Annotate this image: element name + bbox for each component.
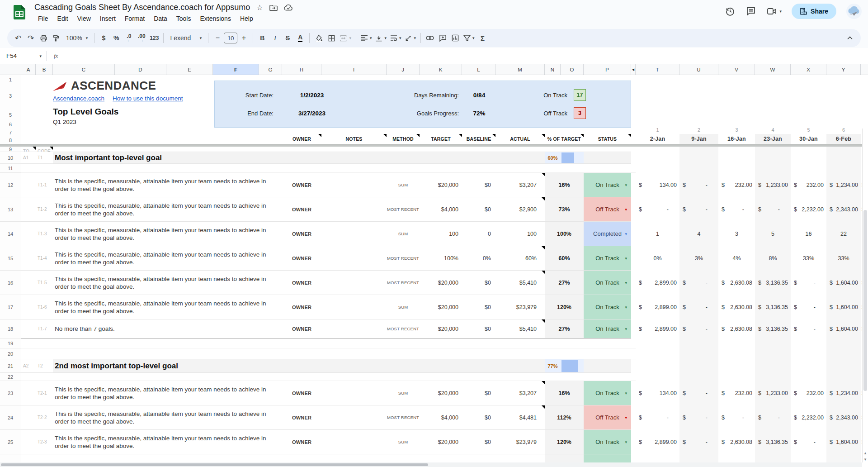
week-cell[interactable]: $2,232.00: [791, 405, 826, 430]
row-code[interactable]: T1-1: [36, 173, 53, 197]
week-date-header[interactable]: 16-Jan: [718, 134, 755, 144]
week-cell[interactable]: $134.00: [636, 173, 679, 197]
notes-cell[interactable]: [321, 405, 387, 430]
goal-progress-percent[interactable]: 77%: [545, 359, 561, 373]
menu-help[interactable]: Help: [236, 14, 257, 23]
week-cell[interactable]: [791, 164, 826, 173]
row-code[interactable]: T2-2: [36, 405, 53, 430]
notes-cell[interactable]: [321, 246, 387, 271]
row-header-1[interactable]: 1: [0, 77, 21, 82]
week-cell[interactable]: 3: [718, 222, 755, 246]
table-header-owner[interactable]: OWNER: [282, 134, 321, 144]
goal-code-a[interactable]: A2: [21, 359, 36, 373]
week-cell[interactable]: 3%: [679, 246, 718, 271]
owner-cell[interactable]: OWNER: [282, 197, 321, 222]
select-all-corner[interactable]: [0, 64, 21, 75]
empty-cell[interactable]: [21, 405, 36, 430]
text-rotation-icon[interactable]: ▾: [403, 32, 418, 44]
week-cell[interactable]: [636, 373, 679, 381]
row-header-8[interactable]: 8: [0, 138, 21, 143]
baseline-cell[interactable]: $0: [462, 319, 495, 338]
paint-format-icon[interactable]: [50, 32, 62, 44]
document-title[interactable]: Cascading Goals Sheet By Ascendance.coac…: [34, 3, 250, 12]
week-cell[interactable]: [718, 373, 755, 381]
week-cell[interactable]: [718, 147, 755, 152]
method-cell[interactable]: SUM: [387, 173, 420, 197]
week-cell[interactable]: $1,604.00: [826, 271, 861, 295]
target-cell[interactable]: $4,000: [420, 405, 462, 430]
empty-cell[interactable]: [21, 430, 36, 454]
row-header-3[interactable]: 3: [0, 93, 21, 99]
row-header-20[interactable]: 20: [0, 348, 21, 359]
formula-input[interactable]: [58, 48, 868, 64]
week-cell[interactable]: $1,234.00: [826, 381, 861, 405]
row-header-10[interactable]: 10: [0, 152, 21, 164]
text-wrap-icon[interactable]: ▾: [388, 32, 403, 44]
goal-progress-bar[interactable]: [561, 359, 584, 373]
column-header-L[interactable]: L: [462, 64, 495, 75]
row-header-14[interactable]: 14: [0, 222, 21, 246]
column-header-C[interactable]: C: [53, 64, 115, 75]
week-cell[interactable]: $-: [679, 430, 718, 454]
week-cell[interactable]: [755, 454, 791, 462]
method-cell[interactable]: SUM: [387, 430, 420, 454]
goal-title[interactable]: Most important top-level goal: [53, 152, 545, 164]
week-cell[interactable]: $1,604.00: [826, 319, 861, 338]
row-header-25[interactable]: 25: [0, 430, 21, 454]
week-cell[interactable]: [636, 348, 679, 359]
row-header[interactable]: [0, 454, 21, 462]
week-cell[interactable]: 5: [755, 222, 791, 246]
target-cell[interactable]: $20,000: [420, 381, 462, 405]
notes-cell[interactable]: [321, 295, 387, 319]
version-history-icon[interactable]: [725, 6, 736, 17]
week-cell[interactable]: $-: [636, 405, 679, 430]
goal-description[interactable]: No more than 7 goals.: [53, 319, 282, 338]
actual-cell[interactable]: $4,481: [495, 405, 545, 430]
table-header-actual[interactable]: ACTUAL: [495, 134, 545, 144]
goal-progress-bar[interactable]: [561, 152, 584, 164]
week-cell[interactable]: $-: [679, 295, 718, 319]
week-cell[interactable]: [826, 454, 861, 462]
column-header-X[interactable]: X: [791, 64, 826, 75]
week-cell[interactable]: $-: [755, 197, 791, 222]
baseline-cell[interactable]: 0: [462, 222, 495, 246]
chevron-down-icon[interactable]: ▾: [780, 9, 782, 14]
row-code[interactable]: T1-2: [36, 197, 53, 222]
column-header-I[interactable]: I: [321, 64, 387, 75]
pct-of-target-cell[interactable]: [545, 454, 584, 462]
week-cell[interactable]: $1,234.00: [826, 173, 861, 197]
empty-cell[interactable]: [21, 197, 36, 222]
link-ascendance-coach[interactable]: Ascendance.coach: [53, 95, 104, 102]
week-cell[interactable]: [755, 164, 791, 173]
link-how-to-use[interactable]: How to use this document: [113, 95, 183, 102]
menu-format[interactable]: Format: [121, 14, 148, 23]
owner-cell[interactable]: OWNER: [282, 430, 321, 454]
week-cell[interactable]: [636, 359, 679, 373]
empty-cell[interactable]: [21, 348, 636, 359]
column-header-A[interactable]: A: [21, 64, 36, 75]
week-cell[interactable]: 22: [826, 222, 861, 246]
goal-status-cell[interactable]: [584, 359, 631, 373]
baseline-cell[interactable]: $0: [462, 430, 495, 454]
week-cell[interactable]: $-: [679, 405, 718, 430]
undo-icon[interactable]: ↶: [12, 32, 24, 44]
target-cell[interactable]: $20,000: [420, 430, 462, 454]
notes-cell[interactable]: [321, 381, 387, 405]
actual-cell[interactable]: $3,207: [495, 173, 545, 197]
method-cell[interactable]: SUM: [387, 381, 420, 405]
bold-icon[interactable]: B: [256, 32, 269, 44]
borders-icon[interactable]: [325, 32, 338, 44]
row-code[interactable]: T1-5: [36, 271, 53, 295]
week-date-header[interactable]: 9-Jan: [679, 134, 718, 144]
pct-of-target-cell[interactable]: 27%: [545, 271, 584, 295]
week-cell[interactable]: 16: [791, 222, 826, 246]
empty-cell[interactable]: [545, 147, 584, 152]
goal-description[interactable]: This is the specific, measurable, attain…: [53, 381, 282, 405]
week-cell[interactable]: $2,232.00: [791, 197, 826, 222]
week-cell[interactable]: [636, 338, 679, 348]
status-dropdown[interactable]: Completed▾: [584, 222, 631, 246]
menu-file[interactable]: File: [34, 14, 52, 23]
week-cell[interactable]: $2,630.08: [718, 430, 755, 454]
column-header-O[interactable]: O: [561, 64, 584, 75]
notes-cell[interactable]: [321, 430, 387, 454]
